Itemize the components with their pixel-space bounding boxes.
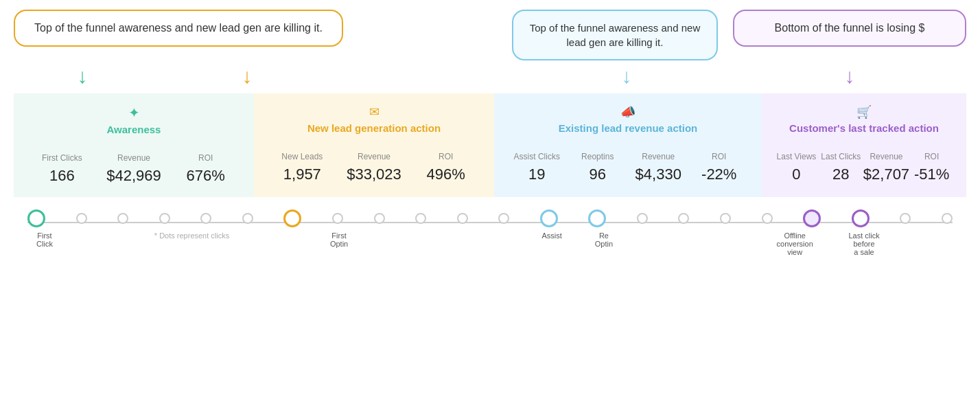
arrow-cell-3: ↓ xyxy=(520,66,733,87)
last-tracked-label-revenue: Revenue xyxy=(863,142,909,163)
awareness-label-roi: ROI xyxy=(170,144,242,164)
last-tracked-label-roi: ROI xyxy=(909,142,954,163)
spacer1 xyxy=(351,10,512,60)
label-first-click: FirstClick xyxy=(36,231,53,248)
arrow-existing-lead: ↓ xyxy=(622,66,632,87)
dot-s15 xyxy=(900,213,911,224)
dot-offline-view xyxy=(803,209,821,227)
last-tracked-title: Customer's last tracked action xyxy=(774,122,954,134)
last-tracked-col-revenue: Revenue $2,707 xyxy=(863,142,909,183)
main-container: Top of the funnel awareness and new lead… xyxy=(0,0,980,266)
awareness-title: Awareness xyxy=(26,124,242,135)
last-tracked-cols: Last Views 0 Last Clicks 28 Revenue $2,7… xyxy=(774,142,954,183)
last-tracked-icon: 🛒 xyxy=(774,104,954,120)
new-lead-col-roi: ROI 496% xyxy=(410,142,482,183)
dot-s4 xyxy=(200,213,211,224)
existing-lead-col-assist: Assist Clicks 19 xyxy=(506,142,568,183)
dot-re-optin xyxy=(588,209,606,227)
new-lead-panel: ✉ New lead generation action New Leads 1… xyxy=(254,93,494,197)
dot-s13 xyxy=(720,213,731,224)
awareness-panel: ✦ Awareness First Clicks 166 Revenue $42… xyxy=(14,93,254,197)
new-lead-value-revenue: $33,023 xyxy=(338,166,410,183)
label-first-click-container: FirstClick xyxy=(27,231,62,248)
dot-last-click xyxy=(852,209,870,227)
existing-lead-label-reoptins: Reoptins xyxy=(568,142,629,163)
label-assist-container: Assist xyxy=(538,231,565,240)
awareness-value-first-clicks: 166 xyxy=(26,167,98,185)
awareness-label-first-clicks: First Clicks xyxy=(26,144,98,164)
last-tracked-value-revenue: $2,707 xyxy=(863,166,909,183)
label-last-click: Last clickbeforea sale xyxy=(848,231,879,256)
dot-s12 xyxy=(678,213,689,224)
existing-lead-cols: Assist Clicks 19 Reoptins 96 Revenue $4,… xyxy=(506,142,749,183)
dot-s1 xyxy=(76,213,87,224)
panels-row: ✦ Awareness First Clicks 166 Revenue $42… xyxy=(14,93,966,197)
dot-s11 xyxy=(637,213,648,224)
dot-s5 xyxy=(242,213,253,224)
last-tracked-col-clicks: Last Clicks 28 xyxy=(819,142,863,183)
timeline-section: FirstClick * Dots represent clicks First… xyxy=(14,209,966,256)
timeline-dots xyxy=(27,209,953,227)
label-re-optin: ReOptin xyxy=(595,231,613,248)
new-lead-cols: New Leads 1,957 Revenue $33,023 ROI 496% xyxy=(266,142,482,183)
awareness-value-revenue: $42,969 xyxy=(98,167,170,185)
dot-s3 xyxy=(159,213,170,224)
callout-yellow-text: Top of the funnel awareness and new lead… xyxy=(34,22,323,34)
dot-first-optin xyxy=(283,209,301,227)
callout-row: Top of the funnel awareness and new lead… xyxy=(14,10,966,60)
existing-lead-title: Existing lead revenue action xyxy=(506,122,749,134)
dot-assist xyxy=(540,209,558,227)
awareness-label-revenue: Revenue xyxy=(98,144,170,164)
awareness-cols: First Clicks 166 Revenue $42,969 ROI 676… xyxy=(26,144,242,185)
last-tracked-panel: 🛒 Customer's last tracked action Last Vi… xyxy=(762,93,966,197)
existing-lead-value-revenue: $4,330 xyxy=(628,166,689,183)
awareness-col-revenue: Revenue $42,969 xyxy=(98,144,170,185)
dot-s9 xyxy=(457,213,468,224)
dot-s16 xyxy=(942,213,953,224)
last-tracked-value-views: 0 xyxy=(774,166,819,183)
existing-lead-label-roi: ROI xyxy=(689,142,750,163)
last-tracked-col-views: Last Views 0 xyxy=(774,142,819,183)
dot-s6 xyxy=(332,213,343,224)
callout-purple-box: Bottom of the funnel is losing $ xyxy=(733,10,966,47)
existing-lead-value-reoptins: 96 xyxy=(568,166,629,183)
callout-yellow-box: Top of the funnel awareness and new lead… xyxy=(14,10,343,47)
label-re-optin-container: ReOptin xyxy=(587,231,621,248)
new-lead-label-roi: ROI xyxy=(410,142,482,163)
new-lead-col-revenue: Revenue $33,023 xyxy=(338,142,410,183)
new-lead-value-roi: 496% xyxy=(410,166,482,183)
new-lead-label-leads: New Leads xyxy=(266,142,338,163)
existing-lead-col-revenue: Revenue $4,330 xyxy=(628,142,689,183)
label-first-optin: FirstOptin xyxy=(330,231,348,248)
awareness-col-roi: ROI 676% xyxy=(170,144,242,185)
new-lead-value-leads: 1,957 xyxy=(266,166,338,183)
awareness-col-first-clicks: First Clicks 166 xyxy=(26,144,98,185)
existing-lead-value-roi: -22% xyxy=(689,166,750,183)
timeline-labels: FirstClick * Dots represent clicks First… xyxy=(27,231,953,256)
label-assist: Assist xyxy=(541,231,561,240)
existing-lead-value-assist: 19 xyxy=(506,166,568,183)
last-tracked-label-clicks: Last Clicks xyxy=(819,142,863,163)
last-tracked-value-roi: -51% xyxy=(909,166,954,183)
dot-s8 xyxy=(415,213,426,224)
new-lead-icon: ✉ xyxy=(266,104,482,120)
dot-s2 xyxy=(117,213,128,224)
arrow-cell-2: ↓ xyxy=(151,66,343,87)
label-offline-view: Offlineconversionview xyxy=(777,231,813,256)
arrow-awareness: ↓ xyxy=(78,66,88,87)
label-last-click-container: Last clickbeforea sale xyxy=(840,231,888,256)
arrow-last-tracked: ↓ xyxy=(845,66,855,87)
label-dots-note: * Dots represent clicks xyxy=(148,231,237,240)
last-tracked-value-clicks: 28 xyxy=(819,166,863,183)
arrow-cell-4: ↓ xyxy=(733,66,966,87)
label-first-optin-container: FirstOptin xyxy=(322,231,356,248)
existing-lead-label-revenue: Revenue xyxy=(628,142,689,163)
existing-lead-panel: 📣 Existing lead revenue action Assist Cl… xyxy=(494,93,762,197)
callout-blue-text: Top of the funnel awareness and new lead… xyxy=(530,22,701,48)
dot-s14 xyxy=(762,213,773,224)
dot-first-click xyxy=(27,209,45,227)
awareness-value-roi: 676% xyxy=(170,167,242,185)
awareness-icon: ✦ xyxy=(26,104,242,121)
timeline-item-first-click xyxy=(27,209,45,227)
callout-purple-text: Bottom of the funnel is losing $ xyxy=(775,22,925,34)
